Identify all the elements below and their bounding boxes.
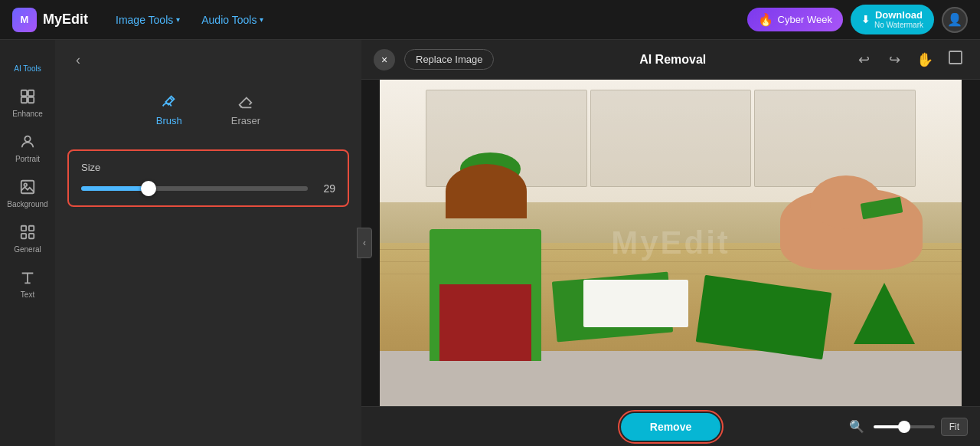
svg-point-7 [24,183,27,186]
undo-button[interactable]: ↩ [851,48,876,72]
sidebar-item-ai-tools[interactable]: AI Tools [3,46,52,79]
sidebar-label-ai-tools: AI Tools [14,64,41,73]
user-icon: 👤 [947,12,962,27]
undo-icon: ↩ [858,51,870,68]
crop-button[interactable] [943,48,968,72]
svg-rect-10 [21,234,26,238]
sidebar-label-enhance: Enhance [12,110,42,118]
canvas-area: × Replace Image AI Removal ↩ ↪ ✋ [361,40,980,446]
sidebar-item-enhance[interactable]: Enhance [3,82,52,124]
collapse-panel-button[interactable]: ‹ [357,228,372,258]
logo-area: M MyEdit [12,8,88,32]
sidebar-item-text[interactable]: Text [3,263,52,305]
portrait-icon [19,133,36,152]
search-icon: 🔍 [849,419,864,434]
svg-rect-11 [29,234,34,238]
svg-rect-3 [21,97,27,103]
pan-icon: ✋ [916,51,933,68]
pan-button[interactable]: ✋ [913,48,937,72]
nav-right: 🔥 Cyber Week ⬇ Download No Watermark 👤 [747,5,968,35]
canvas-viewport[interactable]: MyEdit [361,80,980,406]
chevron-down-icon: ▾ [176,15,180,24]
left-sidebar: AI Tools Enhance Portrait [0,40,55,446]
zoom-icon-button[interactable]: 🔍 [846,416,867,438]
toolbar-icons: ↩ ↪ ✋ [851,48,968,72]
crop-icon [948,50,963,69]
sidebar-label-general: General [14,245,41,254]
svg-rect-1 [21,90,27,96]
sidebar-item-background[interactable]: Background [3,172,52,215]
sidebar-item-portrait[interactable]: Portrait [3,127,52,169]
svg-rect-12 [949,51,962,64]
logo-text: MyEdit [43,11,88,28]
enhance-icon [19,88,36,107]
redo-icon: ↪ [889,51,900,68]
size-section: Size 29 [67,149,349,207]
chevron-down-icon: ▾ [260,15,263,24]
svg-rect-2 [28,90,34,96]
eraser-tool[interactable]: Eraser [219,89,273,131]
general-icon [19,224,36,242]
back-icon: ‹ [76,52,80,68]
svg-rect-9 [29,226,34,231]
chevron-left-icon: ‹ [363,238,366,248]
size-label: Size [81,162,335,173]
svg-rect-8 [21,226,26,231]
sidebar-item-general[interactable]: General [3,218,52,260]
redo-button[interactable]: ↪ [882,48,906,72]
main-layout: AI Tools Enhance Portrait [0,40,980,446]
text-icon [19,269,36,287]
download-button[interactable]: ⬇ Download No Watermark [851,5,934,35]
bottom-bar: Remove 🔍 Fit [361,406,980,446]
size-slider[interactable] [81,186,308,191]
sidebar-label-portrait: Portrait [15,155,40,163]
fit-button[interactable]: Fit [941,418,968,436]
svg-point-5 [24,136,30,142]
tool-options: Brush Eraser [55,80,361,140]
eraser-label: Eraser [231,115,260,126]
back-button[interactable]: ‹ [67,49,89,71]
top-navigation: M MyEdit Image Tools ▾ Audio Tools ▾ 🔥 C… [0,0,980,40]
audio-tools-menu[interactable]: Audio Tools ▾ [195,11,270,29]
replace-image-button[interactable]: Replace Image [404,49,494,70]
fire-icon: 🔥 [758,12,773,27]
user-avatar[interactable]: 👤 [942,7,968,33]
svg-rect-4 [28,97,34,103]
sidebar-label-background: Background [7,200,47,208]
tool-panel: ‹ Brush Eraser Size [55,40,361,446]
brush-label: Brush [156,115,182,126]
remove-button[interactable]: Remove [621,413,720,441]
size-value: 29 [317,182,335,195]
close-canvas-button[interactable]: × [374,49,395,71]
close-icon: × [381,54,387,66]
slider-row: 29 [81,182,335,195]
canvas-title: AI Removal [503,53,842,67]
canvas-toolbar: × Replace Image AI Removal ↩ ↪ ✋ [361,40,980,80]
svg-rect-6 [21,181,34,194]
download-icon: ⬇ [861,14,870,25]
background-icon [19,179,36,197]
cyber-week-button[interactable]: 🔥 Cyber Week [747,8,843,31]
zoom-controls: 🔍 Fit [846,416,968,438]
zoom-slider[interactable] [874,425,935,428]
brush-tool[interactable]: Brush [144,89,194,131]
panel-header: ‹ [55,40,361,80]
sidebar-label-text: Text [21,290,34,299]
image-tools-menu[interactable]: Image Tools ▾ [109,11,186,29]
logo-icon: M [12,8,37,32]
